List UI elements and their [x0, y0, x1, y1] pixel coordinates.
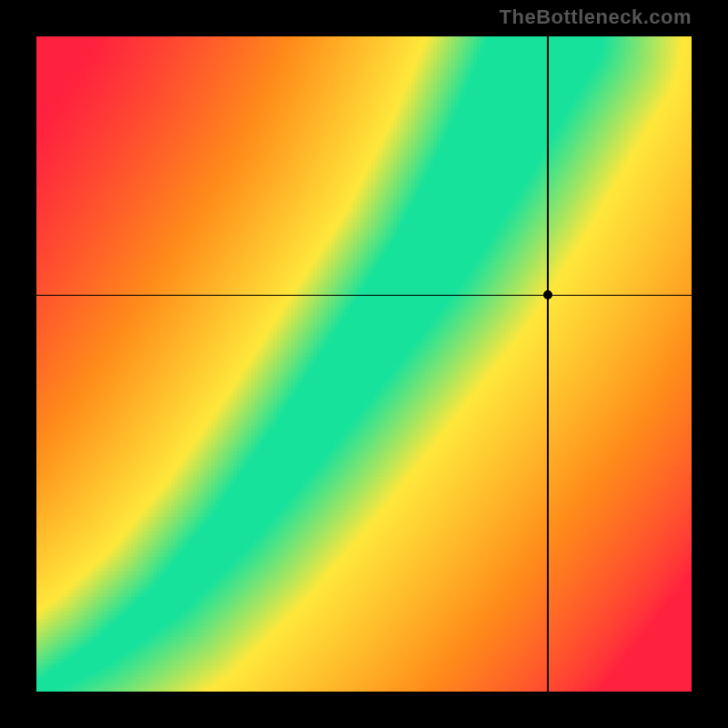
crosshair-horizontal: [36, 295, 692, 297]
heatmap-canvas: [36, 36, 692, 692]
crosshair-vertical: [547, 36, 549, 692]
watermark-text: TheBottleneck.com: [500, 5, 692, 29]
chart-stage: TheBottleneck.com: [0, 0, 728, 728]
marker-dot: [543, 290, 552, 299]
